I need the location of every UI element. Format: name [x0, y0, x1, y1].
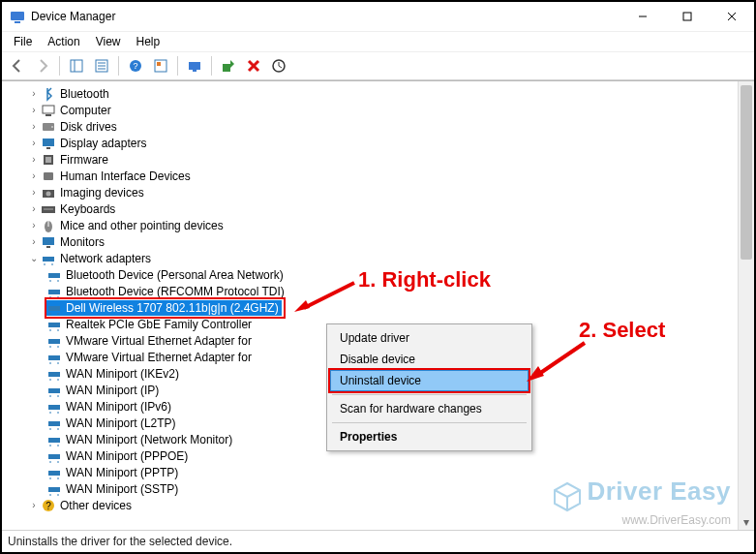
chevron-right-icon[interactable]: ›: [27, 235, 41, 249]
tree-item[interactable]: Bluetooth Device (Personal Area Network): [6, 266, 739, 283]
chevron-right-icon[interactable]: ›: [27, 153, 41, 167]
network-icon: [46, 399, 62, 415]
tree-category[interactable]: ⌄ Network adapters: [6, 250, 739, 266]
status-text: Uninstalls the driver for the selected d…: [8, 535, 232, 548]
svg-rect-54: [48, 339, 60, 344]
show-hide-tree-button[interactable]: [65, 54, 88, 77]
tree-category[interactable]: › Display adapters: [6, 135, 739, 151]
chevron-right-icon[interactable]: ›: [27, 499, 41, 512]
svg-rect-29: [45, 157, 51, 163]
camera-icon: [41, 185, 56, 200]
tree-category[interactable]: › Imaging devices: [6, 184, 739, 200]
tree-category[interactable]: › Computer: [6, 102, 739, 118]
menu-file[interactable]: File: [6, 33, 40, 50]
svg-rect-75: [48, 454, 60, 459]
tree-category[interactable]: › Bluetooth: [6, 85, 739, 102]
nav-back-button[interactable]: [6, 54, 29, 77]
chevron-down-icon[interactable]: ⌄: [27, 252, 41, 265]
uninstall-device-button[interactable]: [242, 54, 265, 77]
scroll-down-arrow[interactable]: ▾: [739, 514, 754, 530]
tree-category[interactable]: › Monitors: [6, 233, 739, 250]
vertical-scrollbar[interactable]: ▴ ▾: [738, 81, 754, 530]
tree-category-label: Network adapters: [60, 252, 151, 265]
tree-item[interactable]: WAN Miniport (PPTP): [6, 464, 739, 480]
svg-rect-16: [189, 62, 200, 70]
tree-item[interactable]: WAN Miniport (SSTP): [6, 480, 739, 497]
scan-hardware-button[interactable]: [183, 54, 206, 77]
tree-category-label: Imaging devices: [60, 186, 144, 200]
monitor-icon: [41, 234, 56, 250]
chevron-right-icon[interactable]: ›: [27, 219, 41, 232]
toolbar: ?: [2, 52, 754, 80]
bluetooth-icon: [41, 86, 56, 102]
svg-rect-57: [48, 355, 60, 360]
tree-category-label: Monitors: [60, 235, 105, 249]
tree-item-label: WAN Miniport (IP): [66, 384, 159, 397]
network-icon: [46, 317, 62, 332]
titlebar: Device Manager: [2, 2, 754, 32]
network-icon: [46, 300, 62, 316]
tree-item-label: WAN Miniport (PPPOE): [66, 449, 188, 463]
svg-rect-66: [48, 405, 60, 410]
device-manager-window: Device Manager File Action View Help ?: [0, 0, 756, 554]
chevron-right-icon[interactable]: ›: [27, 120, 41, 134]
tree-item-label: Dell Wireless 1707 802.11b|g|n (2.4GHZ): [66, 301, 279, 315]
display-icon: [41, 136, 56, 151]
context-menu-item[interactable]: Scan for hardware changes: [330, 398, 529, 419]
context-menu[interactable]: Update driverDisable device Uninstall de…: [326, 323, 532, 451]
context-menu-item[interactable]: Disable device: [330, 349, 529, 370]
context-menu-separator: [332, 394, 527, 395]
window-title: Device Manager: [31, 10, 115, 23]
action-button[interactable]: [149, 54, 172, 77]
menu-action[interactable]: Action: [40, 33, 87, 50]
tree-category-label: Disk drives: [60, 120, 117, 134]
svg-rect-27: [46, 147, 50, 149]
disk-icon: [41, 119, 56, 135]
tree-category[interactable]: › Disk drives: [6, 118, 739, 135]
tree-item-label: WAN Miniport (L2TP): [66, 416, 176, 430]
svg-rect-78: [48, 471, 60, 476]
chevron-right-icon[interactable]: ›: [27, 104, 41, 117]
chevron-right-icon[interactable]: ›: [27, 87, 41, 101]
keyboard-icon: [41, 201, 56, 217]
network-icon: [46, 350, 62, 365]
app-icon: [10, 9, 25, 24]
tree-category[interactable]: › Firmware: [6, 151, 739, 168]
update-driver-button[interactable]: [267, 54, 290, 77]
tree-item-selected[interactable]: Dell Wireless 1707 802.11b|g|n (2.4GHZ): [6, 299, 739, 316]
nav-forward-button[interactable]: [31, 54, 54, 77]
context-menu-item[interactable]: Update driver: [330, 327, 529, 349]
svg-point-32: [46, 191, 51, 196]
menu-view[interactable]: View: [88, 33, 129, 50]
other-icon: ?: [41, 498, 56, 513]
svg-point-25: [51, 126, 53, 128]
window-controls: [620, 2, 754, 31]
menubar: File Action View Help: [2, 32, 754, 52]
maximize-button[interactable]: [665, 2, 710, 31]
tree-category-label: Firmware: [60, 153, 108, 167]
svg-rect-42: [48, 273, 60, 278]
enable-device-button[interactable]: [217, 54, 240, 77]
scroll-thumb[interactable]: [741, 85, 752, 260]
chevron-right-icon[interactable]: ›: [27, 137, 41, 150]
close-button[interactable]: [710, 2, 754, 31]
chevron-right-icon[interactable]: ›: [27, 202, 41, 216]
tree-category[interactable]: › Mice and other pointing devices: [6, 217, 739, 233]
help-button[interactable]: ?: [124, 54, 147, 77]
tree-item-label: Bluetooth Device (Personal Area Network): [66, 268, 284, 282]
svg-text:?: ?: [45, 501, 51, 511]
context-menu-item[interactable]: Uninstall device: [330, 370, 529, 391]
chevron-right-icon[interactable]: ›: [27, 186, 41, 200]
tree-category[interactable]: › Human Interface Devices: [6, 168, 739, 184]
tree-category[interactable]: › Keyboards: [6, 200, 739, 217]
device-tree[interactable]: › Bluetooth › Computer › Disk drives › D…: [2, 81, 739, 530]
context-menu-item[interactable]: Properties: [330, 426, 529, 447]
menu-help[interactable]: Help: [129, 33, 168, 50]
chevron-right-icon[interactable]: ›: [27, 169, 41, 183]
tree-category[interactable]: › ? Other devices: [6, 497, 739, 513]
minimize-button[interactable]: [620, 2, 665, 31]
tree-category-label: Computer: [60, 104, 111, 117]
network-icon: [46, 333, 62, 349]
properties-button[interactable]: [90, 54, 113, 77]
tree-item-label: VMware Virtual Ethernet Adapter for: [66, 351, 252, 364]
